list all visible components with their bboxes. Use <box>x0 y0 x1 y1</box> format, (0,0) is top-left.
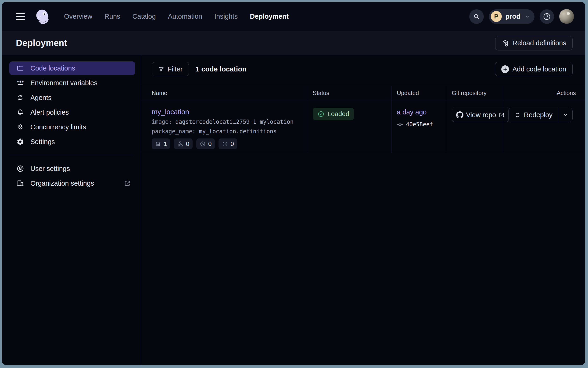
sidebar-item-label: Settings <box>30 138 55 146</box>
agents-cycle-icon <box>16 94 24 101</box>
user-circle-icon <box>16 165 24 173</box>
sidebar-item-settings[interactable]: Settings <box>9 135 135 148</box>
github-icon <box>456 111 464 119</box>
updated-time-link[interactable]: a day ago <box>397 108 427 116</box>
sidebar-item-user-settings[interactable]: User settings <box>9 162 135 175</box>
sidebar-item-organization-settings[interactable]: Organization settings <box>9 176 135 190</box>
nav-item-catalog[interactable]: Catalog <box>133 13 156 20</box>
bell-icon <box>16 108 24 116</box>
menu-icon[interactable] <box>16 13 25 20</box>
column-header-updated: Updated <box>391 90 446 96</box>
status-badge-label: Loaded <box>327 110 349 118</box>
package-line: package_name: my_location.definitions <box>152 128 307 135</box>
toolbar: Filter 1 code location Add code location <box>152 62 573 76</box>
sidebar-item-label: Code locations <box>30 64 75 72</box>
sidebar-item-concurrency-limits[interactable]: Concurrency limits <box>9 120 135 134</box>
external-link-icon <box>124 180 131 187</box>
commit-hash: 40e58eef <box>406 121 433 128</box>
git-repository-cell: View repo <box>446 108 503 122</box>
column-header-status: Status <box>307 90 391 96</box>
code-locations-table: Name Status Updated Git repository Actio… <box>141 86 585 153</box>
navbar-right-cluster: P prod <box>469 9 574 24</box>
sidebar-item-label: Agents <box>30 94 51 101</box>
sidebar-item-environment-variables[interactable]: *** Environment variables <box>9 76 135 90</box>
package-value: my_location.definitions <box>199 128 276 135</box>
redeploy-button[interactable]: Redeploy <box>509 108 558 122</box>
assets-count-chip[interactable]: 1 <box>152 138 170 149</box>
dagster-logo-icon[interactable] <box>35 9 51 25</box>
code-locations-main: Filter 1 code location Add code location <box>141 55 585 365</box>
nav-item-runs[interactable]: Runs <box>104 13 120 20</box>
reload-definitions-label: Reload definitions <box>512 39 566 47</box>
schedules-clock-icon <box>199 141 206 147</box>
name-cell: my_location image: dagstercodelocati…275… <box>141 108 307 149</box>
image-line: image: dagstercodelocati…2759-1-mylocati… <box>152 118 307 126</box>
sidebar-item-label: Organization settings <box>30 180 94 187</box>
user-avatar[interactable] <box>559 9 574 24</box>
commit-row: 40e58eef <box>397 121 446 128</box>
sidebar-item-alert-policies[interactable]: Alert policies <box>9 106 135 119</box>
sensors-count: 0 <box>230 140 234 147</box>
code-location-count: 1 code location <box>195 65 246 73</box>
chevron-down-icon <box>562 112 568 118</box>
filter-button-label: Filter <box>168 65 182 73</box>
view-repo-label: View repo <box>466 111 496 119</box>
app-window: Overview Runs Catalog Automation Insight… <box>2 2 585 365</box>
organization-icon <box>16 179 24 187</box>
search-icon <box>473 13 480 20</box>
sensors-count-chip[interactable]: 0 <box>218 138 237 149</box>
image-value: dagstercodelocati…2759-1-mylocation <box>175 119 294 125</box>
add-code-location-label: Add code location <box>512 65 566 73</box>
column-header-git-repository: Git repository <box>446 90 503 96</box>
column-header-name: Name <box>141 90 307 96</box>
package-label: package_name: <box>152 128 196 135</box>
sensors-icon <box>222 141 228 147</box>
sidebar-item-code-locations[interactable]: Code locations <box>9 61 135 75</box>
gear-icon <box>16 138 24 146</box>
filter-button[interactable]: Filter <box>152 62 189 76</box>
code-location-link[interactable]: my_location <box>152 108 189 116</box>
nav-item-automation[interactable]: Automation <box>168 13 202 20</box>
schedules-count-chip[interactable]: 0 <box>196 138 215 149</box>
sidebar-item-label: Alert policies <box>30 109 69 116</box>
table-row: my_location image: dagstercodelocati…275… <box>141 100 585 153</box>
redeploy-refresh-icon <box>514 112 521 118</box>
deployment-switcher[interactable]: P prod <box>489 9 534 24</box>
svg-text:***: *** <box>17 80 24 85</box>
layers-icon <box>16 123 24 131</box>
add-code-location-button[interactable]: Add code location <box>495 62 573 76</box>
git-commit-icon <box>397 121 403 128</box>
redeploy-label: Redeploy <box>524 111 552 119</box>
help-button[interactable] <box>540 9 554 24</box>
reload-definitions-button[interactable]: Reload definitions <box>495 36 573 50</box>
column-divider <box>307 86 307 153</box>
plus-circle-icon <box>501 65 509 73</box>
definition-count-chips: 1 <box>152 138 307 149</box>
sidebar-item-agents[interactable]: Agents <box>9 91 135 104</box>
deployment-switcher-label: prod <box>505 13 521 20</box>
assets-count: 1 <box>164 140 167 147</box>
status-cell: Loaded <box>307 108 391 120</box>
sidebar-item-label: Concurrency limits <box>30 123 86 131</box>
folder-icon <box>16 64 24 72</box>
main-nav: Overview Runs Catalog Automation Insight… <box>64 13 289 20</box>
search-button[interactable] <box>469 9 484 24</box>
deployment-sidebar: Code locations *** Environment variables <box>2 55 141 365</box>
table-header-row: Name Status Updated Git repository Actio… <box>141 86 585 100</box>
page-title: Deployment <box>16 38 67 48</box>
jobs-count-chip[interactable]: 0 <box>174 138 192 149</box>
reload-cube-icon <box>502 39 509 47</box>
view-repo-button[interactable]: View repo <box>452 108 509 122</box>
redeploy-split-button: Redeploy <box>508 108 573 122</box>
redeploy-more-button[interactable] <box>558 108 572 122</box>
chevron-down-icon <box>525 14 530 19</box>
sidebar-item-label: User settings <box>30 165 70 173</box>
sidebar-divider <box>9 155 134 155</box>
nav-item-overview[interactable]: Overview <box>64 13 92 20</box>
nav-item-deployment[interactable]: Deployment <box>250 13 289 20</box>
deployment-initial-badge: P <box>491 11 502 22</box>
help-icon <box>543 12 551 21</box>
env-vars-icon: *** <box>16 79 24 87</box>
image-label: image: <box>152 119 172 125</box>
nav-item-insights[interactable]: Insights <box>214 13 238 20</box>
